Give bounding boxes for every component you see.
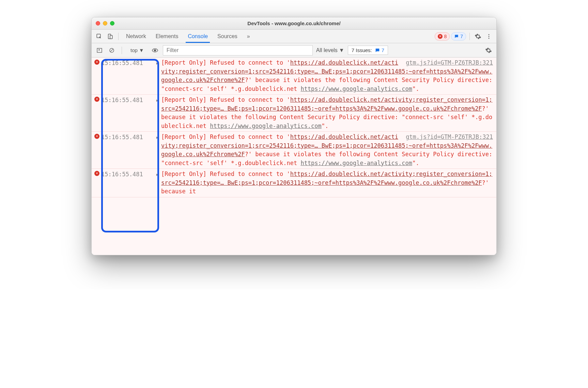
timestamp: 15:16:55.481 [101,59,156,93]
url-link[interactable]: https://www.google-analytics.com [210,123,322,129]
message-text: [Report Only] Refused to connect to ' [161,171,290,177]
context-selector[interactable]: top ▼ [127,46,147,55]
tab-console[interactable]: Console [184,31,212,42]
console-row[interactable]: ✕15:16:55.481▸[Report Only] Refused to c… [92,169,496,197]
message-text: ". [412,85,419,92]
svg-point-5 [489,37,490,38]
console-row[interactable]: ✕15:16:55.481▸[Report Only] Refused to c… [92,95,496,132]
titlebar: DevTools - www.google.co.uk/chrome/ [92,17,496,30]
svg-rect-2 [110,35,112,39]
timestamp: 15:16:55.481 [101,170,156,196]
kebab-menu-icon[interactable] [484,32,494,41]
main-toolbar: Network Elements Console Sources » ✕ 8 7 [92,30,496,43]
message-icon [454,34,459,39]
inspect-element-icon[interactable] [94,32,104,41]
svg-point-3 [489,34,490,35]
message-text: ". [412,160,419,166]
expand-arrow-icon[interactable]: ▸ [156,96,161,130]
console-subbar: top ▼ All levels ▼ 7 Issues: 7 [92,43,496,58]
chevron-down-icon: ▼ [339,47,344,53]
filter-input[interactable] [163,45,313,55]
levels-label: All levels [316,47,338,53]
console-row[interactable]: ✕15:16:55.481▸gtm.js?id=GTM-PZ6TRJB:321[… [92,132,496,169]
message-badge[interactable]: 7 [451,32,466,41]
svg-rect-6 [97,48,102,52]
console-output[interactable]: ✕15:16:55.481▸gtm.js?id=GTM-PZ6TRJB:321[… [92,58,496,255]
issues-button[interactable]: 7 Issues: 7 [348,46,388,55]
svg-line-8 [110,49,113,52]
tab-more[interactable]: » [243,31,254,42]
message-text: ". [322,123,328,129]
console-settings-gear-icon[interactable] [484,46,493,55]
live-expression-icon[interactable] [151,46,159,55]
separator [469,33,470,40]
levels-selector[interactable]: All levels ▼ [316,47,344,53]
issues-count: 7 [382,47,384,53]
message-text: [Report Only] Refused to connect to ' [161,96,290,103]
tab-sources[interactable]: Sources [213,31,242,42]
expand-arrow-icon[interactable]: ▸ [156,59,161,93]
devtools-window: DevTools - www.google.co.uk/chrome/ Netw… [91,17,497,255]
error-count: 8 [444,34,447,39]
chevron-down-icon: ▼ [139,47,144,53]
error-message[interactable]: gtm.js?id=GTM-PZ6TRJB:321[Report Only] R… [161,59,494,93]
issues-label: 7 Issues: [352,47,372,53]
window-title: DevTools - www.google.co.uk/chrome/ [92,20,496,26]
expand-arrow-icon[interactable]: ▸ [156,170,161,196]
clear-console-icon[interactable] [107,46,116,55]
separator [122,47,122,54]
message-text: [Report Only] Refused to connect to ' [161,59,290,66]
svg-point-4 [489,36,490,37]
separator [118,33,119,40]
tab-elements[interactable]: Elements [152,31,183,42]
error-dot-icon: ✕ [438,34,443,39]
expand-arrow-icon[interactable]: ▸ [156,133,161,167]
error-badge[interactable]: ✕ 8 [435,32,450,41]
error-message[interactable]: [Report Only] Refused to connect to 'htt… [161,96,494,130]
timestamp: 15:16:55.481 [101,133,156,167]
url-link[interactable]: https://www.google-analytics.com [300,160,412,166]
error-icon: ✕ [94,59,101,93]
tab-network[interactable]: Network [122,31,150,42]
console-row[interactable]: ✕15:16:55.481▸gtm.js?id=GTM-PZ6TRJB:321[… [92,58,496,95]
error-message[interactable]: [Report Only] Refused to connect to 'htt… [161,170,494,196]
svg-point-9 [154,49,156,51]
error-icon: ✕ [94,133,101,167]
timestamp: 15:16:55.481 [101,96,156,130]
context-label: top [130,47,138,53]
toggle-sidebar-icon[interactable] [95,46,104,55]
error-message[interactable]: gtm.js?id=GTM-PZ6TRJB:321[Report Only] R… [161,133,494,167]
source-link[interactable]: gtm.js?id=GTM-PZ6TRJB:321 [406,59,493,67]
message-text: [Report Only] Refused to connect to ' [161,133,290,140]
error-icon: ✕ [94,96,101,130]
device-toggle-icon[interactable] [105,32,115,41]
url-link[interactable]: https://www.google-analytics.com [300,85,412,92]
message-count: 7 [460,34,463,39]
settings-gear-icon[interactable] [473,32,483,41]
message-icon [375,48,380,53]
source-link[interactable]: gtm.js?id=GTM-PZ6TRJB:321 [406,133,493,142]
error-icon: ✕ [94,170,101,196]
